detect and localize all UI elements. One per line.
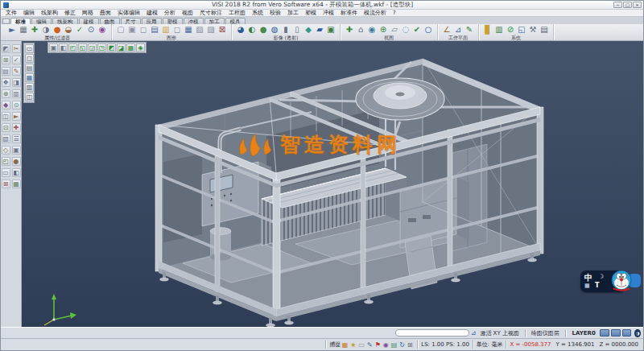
snap-quad-icon[interactable]: ⊞ [407, 341, 413, 349]
dock-fill-icon[interactable]: ▣ [12, 146, 21, 155]
zoom-window-icon[interactable]: ◉ [366, 24, 378, 35]
current-layer-label[interactable]: LAYER0 [572, 330, 595, 337]
vt-box-icon[interactable]: ◻ [25, 54, 34, 63]
tools-icon[interactable]: ⚒ [527, 24, 539, 35]
ime-language-toggle[interactable]: 中 [584, 272, 592, 283]
menu-item-19[interactable]: ? [390, 10, 399, 16]
pan-icon[interactable]: ▱ [389, 24, 400, 35]
menu-item-4[interactable]: 网格 [79, 9, 97, 17]
menu-item-16[interactable]: 冲模 [320, 9, 337, 17]
dock-trim-icon[interactable]: ✂ [12, 44, 21, 53]
bottom-view-icon[interactable]: ▦ [126, 43, 135, 52]
vt-select-icon[interactable]: ▭ [25, 44, 34, 53]
toolbar-options-button[interactable] [2, 19, 10, 24]
shade-icon[interactable]: ▨ [205, 24, 217, 35]
layer-filter-icon[interactable]: ◒ [63, 24, 74, 35]
dock-diamond-icon[interactable]: ◆ [2, 101, 10, 109]
menu-item-7[interactable]: 建模 [143, 9, 161, 17]
snap-center-icon[interactable]: ◉ [383, 341, 389, 349]
table-icon[interactable]: ▦ [183, 24, 194, 35]
dock-edit-icon[interactable]: ✎ [12, 67, 21, 76]
home-view-icon[interactable]: ⌂ [355, 24, 366, 35]
menu-item-3[interactable]: 修正 [61, 9, 79, 17]
workplane-align-icon[interactable]: ⊿ [452, 24, 464, 35]
axono-view-icon[interactable]: ◈ [136, 43, 145, 52]
previous-view-icon[interactable]: ○ [423, 24, 434, 35]
dock-shade-icon[interactable]: ◧ [12, 168, 21, 177]
ime-text-tool-icon[interactable]: T [595, 282, 599, 289]
dock-table-icon[interactable]: ▥ [12, 89, 21, 98]
dock-box-icon[interactable]: ⊡ [2, 123, 10, 132]
page-icon[interactable]: ◻ [171, 24, 183, 35]
wireframe-view-icon[interactable]: ◧ [59, 43, 68, 52]
window-layout-icon[interactable]: ◱ [516, 24, 527, 35]
blank-page-icon[interactable]: ◻ [138, 24, 149, 35]
active-plane-label[interactable]: 激活 XY 上视图 [480, 329, 519, 337]
top-view-icon[interactable]: ◪ [117, 43, 126, 52]
reflection-icon[interactable]: ◆ [303, 24, 314, 35]
menu-item-18[interactable]: 模流分析 [361, 9, 390, 17]
zoom-in-icon[interactable]: ⊕ [378, 24, 389, 35]
view-rotate-button[interactable]: ◑ [634, 329, 641, 337]
snap-point-icon[interactable]: ★ [350, 341, 356, 349]
menu-item-0[interactable]: 文件 [2, 9, 20, 17]
menu-item-8[interactable]: 分析 [161, 9, 179, 17]
toolbar-tab-7[interactable]: 塑模 [163, 18, 183, 24]
select-icon[interactable]: ► [6, 24, 18, 35]
menu-item-6[interactable]: 实体编辑 [114, 9, 143, 17]
point-filter-icon[interactable]: ⊙ [85, 24, 97, 35]
printer-icon[interactable]: ▤ [539, 24, 550, 35]
dock-play-icon[interactable]: ► [12, 112, 21, 121]
layer-button-1[interactable] [600, 329, 609, 337]
menu-item-17[interactable]: 标准件 [337, 9, 361, 17]
left-view-icon[interactable]: ◳ [97, 43, 106, 52]
dock-dot-icon[interactable]: ● [12, 157, 21, 166]
add-filter-icon[interactable]: ✚ [29, 24, 40, 35]
vt-split-icon[interactable]: ◫ [25, 93, 34, 101]
toolbar-tab-0[interactable]: 标准 [10, 18, 31, 24]
dock-outline-icon[interactable]: ◇ [2, 146, 10, 155]
vt-cols-icon[interactable]: ▥ [25, 83, 34, 92]
validate-icon[interactable]: ✓ [74, 24, 85, 35]
shaded-view-icon[interactable]: ▣ [49, 43, 58, 52]
disable-entity-icon[interactable]: ⊘ [505, 24, 516, 35]
menu-item-5[interactable]: 曲面 [97, 9, 114, 17]
ime-toolbar[interactable]: 中 ☽ ▦ T [580, 269, 642, 294]
dock-mesh-icon[interactable]: ▦ [12, 180, 21, 188]
rotate-view-icon[interactable]: ◌ [400, 24, 411, 35]
snap-edit-icon[interactable]: ✎ [367, 341, 373, 349]
dock-panel-icon[interactable]: ◫ [2, 112, 10, 121]
snap-mid-icon[interactable]: ▭ [358, 341, 365, 349]
transparency-icon[interactable]: ▰ [314, 24, 325, 35]
color-icon[interactable]: ● [52, 24, 63, 35]
workplane-edit-icon[interactable]: ✎ [464, 24, 475, 35]
layer-button-3[interactable] [622, 329, 632, 337]
new-graphic-icon[interactable]: ▢ [115, 24, 126, 35]
maximize-button[interactable]: ▢ [623, 2, 632, 8]
shading-icon[interactable]: ◐ [246, 24, 258, 35]
back-view-icon[interactable]: ◲ [88, 43, 97, 52]
toolbar-tab-10[interactable]: 模具 [225, 18, 246, 24]
dock-add-icon[interactable]: ⊕ [2, 89, 10, 98]
menu-item-13[interactable]: 校验 [266, 9, 284, 17]
dock-select-icon[interactable]: ◩ [2, 44, 10, 53]
vt-mesh-icon[interactable]: ▦ [25, 73, 34, 82]
dock-center-icon[interactable]: ⊙ [12, 101, 21, 109]
front-view-icon[interactable]: ◱ [78, 43, 87, 52]
snap-flag-icon[interactable]: ⚑ [375, 341, 381, 349]
ambient-light-icon[interactable]: ▯ [291, 24, 303, 35]
layer-button-2[interactable] [611, 329, 621, 337]
snap-rotate-icon[interactable]: ↻ [399, 341, 405, 349]
toolbar-tab-6[interactable]: 应用 [142, 18, 162, 24]
accept-view-icon[interactable]: ✔ [411, 24, 423, 35]
menu-item-10[interactable]: 尺寸标注 [196, 9, 225, 17]
dock-rect-icon[interactable]: ▭ [2, 168, 10, 177]
dock-half-icon[interactable]: ◨ [12, 78, 21, 87]
dock-hatch-icon[interactable]: ▧ [2, 134, 10, 143]
texture-icon[interactable]: ◍ [269, 24, 280, 35]
material-icon[interactable]: ● [258, 24, 269, 35]
list-icon[interactable]: ▤ [149, 24, 160, 35]
menu-item-12[interactable]: 系统 [249, 9, 266, 17]
toolbar-tab-4[interactable]: 曲面 [100, 18, 120, 24]
menu-item-1[interactable]: 编辑 [20, 9, 38, 17]
